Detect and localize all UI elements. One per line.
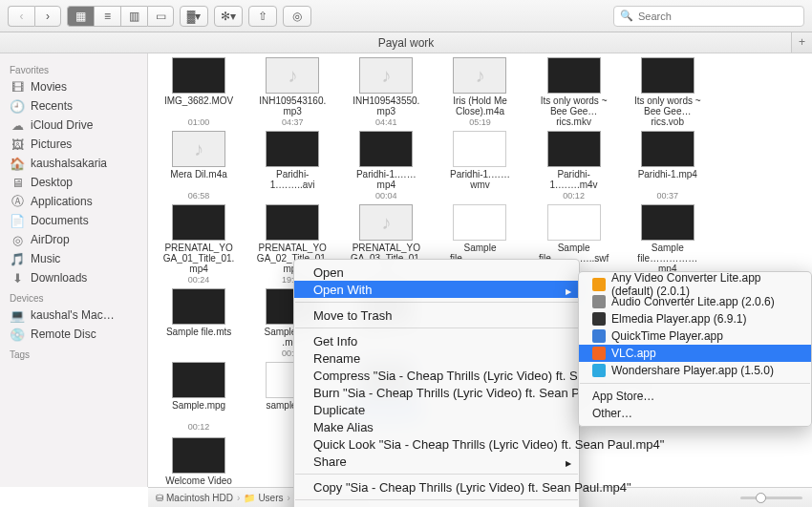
- sidebar-item[interactable]: 🖼Pictures: [0, 135, 147, 154]
- file-name: Sample file.mts: [166, 327, 231, 348]
- arrange-button[interactable]: ▓▾: [180, 6, 208, 27]
- ctx-share[interactable]: Share: [294, 453, 579, 470]
- sidebar-item[interactable]: ⬇Downloads: [0, 268, 147, 287]
- desktop-icon: 🖥: [10, 175, 25, 190]
- ctx-open-with[interactable]: Open With: [294, 281, 579, 298]
- ctx-copy[interactable]: Copy "Sia - Cheap Thrills (Lyric Video) …: [294, 478, 579, 496]
- path-label: Macintosh HDD: [166, 493, 233, 503]
- doc-icon: 📄: [10, 213, 25, 228]
- file-item[interactable]: Paridhi-1.……wmv: [435, 129, 524, 201]
- open-with-submenu: Any Video Converter Lite.app (default) (…: [578, 271, 812, 427]
- openwith-app[interactable]: Any Video Converter Lite.app (default) (…: [579, 276, 811, 293]
- image-icon: 🖼: [10, 137, 25, 152]
- file-item[interactable]: Its only words ~ Bee Gee…rics.mkv: [529, 55, 619, 127]
- list-view-button[interactable]: ≡: [94, 6, 120, 27]
- app-icon: [592, 295, 606, 308]
- sidebar-item[interactable]: ⒶApplications: [0, 192, 147, 211]
- sidebar-item[interactable]: 🕘Recents: [0, 96, 147, 116]
- file-item[interactable]: Paridhi-1.…….m4v00:12: [529, 129, 619, 201]
- file-thumbnail: [172, 437, 225, 474]
- new-tab-button[interactable]: +: [791, 32, 812, 53]
- file-item[interactable]: Sample file.mts: [154, 286, 244, 358]
- file-name: Paridhi-1.……..avi: [255, 169, 330, 190]
- window-titlebar: Payal work +: [0, 32, 812, 53]
- ctx-getinfo[interactable]: Get Info: [294, 332, 579, 349]
- file-item[interactable]: ♪Iris (Hold Me Close).m4a05:19: [435, 55, 524, 127]
- search-field[interactable]: 🔍: [613, 6, 804, 27]
- sidebar-item[interactable]: 🖥Desktop: [0, 173, 147, 192]
- file-name: Mera Dil.m4a: [170, 169, 226, 190]
- film-icon: 🎞: [10, 79, 25, 95]
- sidebar-item-label: Remote Disc: [31, 327, 96, 341]
- action-button[interactable]: ✻▾: [214, 6, 243, 27]
- ctx-burn[interactable]: Burn "Sia - Cheap Thrills (Lyric Video) …: [294, 384, 579, 401]
- search-icon: 🔍: [620, 10, 633, 22]
- column-view-button[interactable]: ▥: [120, 6, 147, 27]
- file-item[interactable]: ♪INH109543550.mp304:41: [341, 55, 431, 127]
- sidebar-item-label: kaushal's Mac…: [31, 308, 115, 322]
- path-crumb[interactable]: ⛁Macintosh HDD: [156, 493, 233, 503]
- ctx-alias[interactable]: Make Alias: [294, 418, 579, 435]
- ctx-compress[interactable]: Compress "Sia - Cheap Thrills (Lyric Vid…: [294, 367, 579, 384]
- icon-size-slider[interactable]: [740, 490, 802, 505]
- path-label: Users: [258, 493, 283, 503]
- ctx-open[interactable]: Open: [294, 264, 579, 281]
- file-thumbnail: ♪: [359, 57, 413, 94]
- sidebar-item[interactable]: 💿Remote Disc: [0, 325, 147, 344]
- ctx-quicklook[interactable]: Quick Look "Sia - Cheap Thrills (Lyric V…: [294, 435, 579, 453]
- file-thumbnail: ♪: [266, 57, 319, 94]
- sidebar-item[interactable]: ☁iCloud Drive: [0, 116, 147, 135]
- music-icon: 🎵: [10, 251, 25, 266]
- gallery-view-button[interactable]: ▭: [147, 6, 174, 27]
- ctx-duplicate[interactable]: Duplicate: [294, 401, 579, 418]
- file-duration: 00:37: [657, 191, 679, 201]
- openwith-app[interactable]: Elmedia Player.app (6.9.1): [579, 310, 811, 327]
- openwith-app[interactable]: QuickTime Player.app: [579, 327, 811, 345]
- back-button[interactable]: ‹: [8, 6, 34, 27]
- icon-view-button[interactable]: ▦: [67, 6, 94, 27]
- openwith-app[interactable]: Wondershare Player.app (1.5.0): [579, 362, 811, 379]
- file-item[interactable]: ♪INH109543160.mp304:37: [247, 55, 337, 127]
- search-input[interactable]: [638, 11, 798, 22]
- file-thumbnail: [547, 204, 601, 241]
- file-item[interactable]: Its only words ~ Bee Gee…rics.vob: [623, 55, 713, 127]
- ctx-rename[interactable]: Rename: [294, 349, 579, 367]
- app-icon: [592, 278, 606, 291]
- window-title: Payal work: [378, 36, 435, 50]
- file-item[interactable]: ♪Mera Dil.m4a06:58: [154, 129, 244, 201]
- sidebar-item[interactable]: 💻kaushal's Mac…: [0, 306, 147, 325]
- sidebar-item[interactable]: 🏠kaushalsakaria: [0, 154, 147, 173]
- file-item[interactable]: Paridhi-1.……..avi: [247, 129, 337, 201]
- home-icon: 🏠: [10, 156, 25, 171]
- file-item[interactable]: PRENATAL_YOGA_01_Title_01.mp400:24: [154, 202, 244, 285]
- file-item[interactable]: Paridhi-1.……mp400:04: [341, 129, 431, 201]
- openwith-appstore[interactable]: App Store…: [579, 388, 811, 405]
- openwith-app[interactable]: VLC.app: [579, 345, 811, 362]
- file-item[interactable]: Paridhi-1.mp400:37: [623, 129, 713, 201]
- file-thumbnail: [547, 131, 601, 167]
- ctx-trash[interactable]: Move to Trash: [294, 306, 579, 324]
- file-duration: 04:41: [375, 117, 397, 127]
- file-item[interactable]: Welcome Video Sample.mov00:28: [154, 435, 244, 487]
- toolbar: ‹ › ▦ ≡ ▥ ▭ ▓▾ ✻▾ ⇧ ◎ 🔍: [0, 0, 812, 32]
- file-item[interactable]: Sample.mpg00:12: [154, 360, 244, 433]
- forward-button[interactable]: ›: [34, 6, 61, 27]
- sidebar-item-label: kaushalsakaria: [31, 157, 107, 170]
- file-thumbnail: [641, 57, 694, 94]
- file-duration: 06:58: [188, 191, 210, 201]
- sidebar-item[interactable]: 🎵Music: [0, 249, 147, 268]
- item-label: App Store…: [592, 390, 654, 403]
- file-name: Sample file……………mp4: [630, 243, 705, 274]
- file-duration: 00:04: [375, 191, 397, 201]
- sidebar-item[interactable]: 📄Documents: [0, 211, 147, 230]
- file-item[interactable]: IMG_3682.MOV01:00: [154, 55, 244, 127]
- sidebar-item-label: Recents: [31, 99, 73, 113]
- file-thumbnail: [641, 204, 694, 241]
- tags-button[interactable]: ◎: [283, 6, 311, 27]
- sidebar-item[interactable]: ◎AirDrop: [0, 230, 147, 249]
- path-crumb[interactable]: 📁Users: [244, 493, 283, 503]
- file-thumbnail: [172, 362, 225, 398]
- openwith-other[interactable]: Other…: [579, 405, 811, 422]
- sidebar-item[interactable]: 🎞Movies: [0, 77, 147, 96]
- share-button[interactable]: ⇧: [248, 6, 277, 27]
